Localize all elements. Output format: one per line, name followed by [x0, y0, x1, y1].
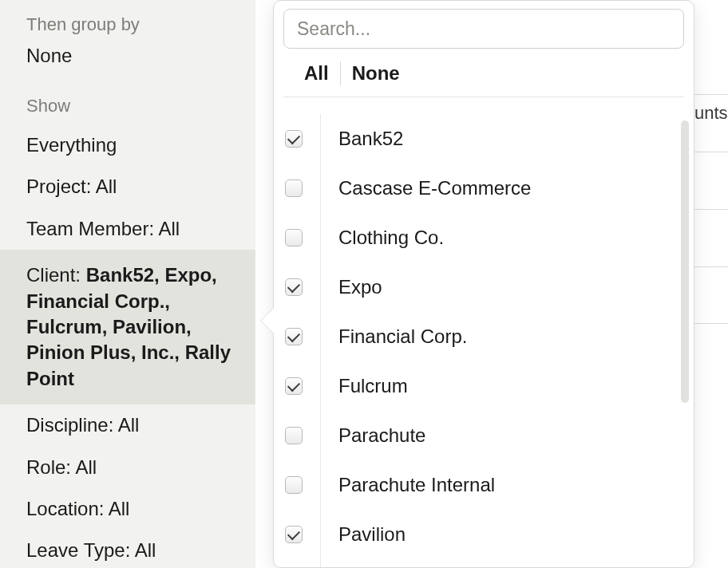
- checkbox[interactable]: [285, 229, 303, 247]
- list-item[interactable]: Clothing Co.: [274, 213, 694, 262]
- filter-leave-type[interactable]: Leave Type: All: [0, 530, 255, 568]
- background-content: unts: [694, 94, 728, 333]
- vertical-divider: [320, 213, 321, 262]
- client-option-list[interactable]: Bank52 Cascase E-Commerce Clothing Co. E…: [274, 114, 694, 567]
- filter-value: All: [109, 498, 130, 519]
- scrollbar-thumb[interactable]: [681, 120, 689, 403]
- popover-header: All None: [274, 1, 694, 97]
- vertical-divider: [320, 510, 321, 559]
- filter-label: Client:: [26, 264, 81, 286]
- then-group-by-value[interactable]: None: [0, 40, 255, 89]
- vertical-divider: [320, 460, 321, 510]
- select-buttons-row: All None: [283, 49, 684, 97]
- option-label: Cascase E-Commerce: [338, 177, 694, 199]
- option-label: Clothing Co.: [338, 227, 694, 249]
- filter-value: All: [135, 539, 156, 561]
- list-item[interactable]: Parachute Internal: [274, 460, 694, 510]
- filters-sidebar: Then group by None Show Everything Proje…: [0, 0, 255, 568]
- vertical-divider: [320, 559, 321, 567]
- filter-label: Location:: [26, 498, 104, 519]
- checkbox[interactable]: [285, 377, 303, 395]
- filter-role[interactable]: Role: All: [0, 447, 255, 488]
- filter-value: All: [75, 456, 97, 478]
- show-section-label: Show: [0, 89, 255, 124]
- filter-label: Project:: [26, 176, 91, 197]
- filter-value: All: [96, 176, 117, 197]
- vertical-divider: [320, 361, 321, 411]
- select-all-button[interactable]: All: [293, 62, 340, 85]
- vertical-divider: [320, 411, 321, 460]
- checkbox[interactable]: [285, 476, 303, 494]
- checkbox[interactable]: [285, 328, 303, 345]
- list-item[interactable]: Bank52: [274, 114, 694, 164]
- filter-location[interactable]: Location: All: [0, 488, 255, 530]
- checkbox[interactable]: [285, 526, 303, 543]
- list-item[interactable]: Pinion Plus, Inc.: [274, 559, 694, 567]
- option-label: Fulcrum: [338, 375, 694, 397]
- option-label: Expo: [338, 276, 694, 298]
- option-label: Parachute: [338, 424, 694, 447]
- list-item[interactable]: Expo: [274, 262, 694, 312]
- option-label: Financial Corp.: [338, 325, 694, 348]
- vertical-divider: [320, 114, 321, 164]
- filter-label: Everything: [26, 134, 117, 156]
- vertical-divider: [320, 312, 321, 361]
- option-label: Parachute Internal: [338, 474, 694, 496]
- filter-label: Team Member:: [26, 218, 154, 239]
- filter-everything[interactable]: Everything: [0, 124, 255, 166]
- filter-value: All: [158, 218, 180, 239]
- checkbox[interactable]: [285, 130, 303, 148]
- filter-label: Discipline:: [26, 414, 113, 436]
- client-filter-popover: All None Bank52 Cascase E-Commerce Cloth…: [273, 0, 694, 568]
- filter-project[interactable]: Project: All: [0, 166, 255, 207]
- option-label: Bank52: [338, 128, 694, 150]
- list-item[interactable]: Parachute: [274, 411, 694, 460]
- filter-label: Role:: [26, 456, 71, 478]
- filter-discipline[interactable]: Discipline: All: [0, 404, 255, 446]
- filter-client[interactable]: Client: Bank52, Expo, Financial Corp., F…: [0, 250, 255, 404]
- list-item[interactable]: Pavilion: [274, 510, 694, 559]
- search-input[interactable]: [283, 9, 684, 49]
- list-item[interactable]: Fulcrum: [274, 361, 694, 411]
- checkbox[interactable]: [285, 427, 303, 444]
- filter-team-member[interactable]: Team Member: All: [0, 208, 255, 250]
- checkbox[interactable]: [285, 179, 303, 197]
- popover-caret-icon: [261, 308, 274, 333]
- option-label: Pavilion: [338, 523, 694, 546]
- then-group-by-label: Then group by: [0, 14, 255, 40]
- select-none-button[interactable]: None: [341, 62, 411, 85]
- filter-label: Leave Type:: [26, 539, 130, 561]
- checkbox[interactable]: [285, 278, 303, 296]
- vertical-divider: [320, 164, 321, 213]
- list-item[interactable]: Financial Corp.: [274, 312, 694, 361]
- bg-column-header-fragment: unts: [694, 95, 728, 124]
- filter-value: All: [118, 414, 140, 436]
- list-item[interactable]: Cascase E-Commerce: [274, 164, 694, 213]
- vertical-divider: [320, 262, 321, 312]
